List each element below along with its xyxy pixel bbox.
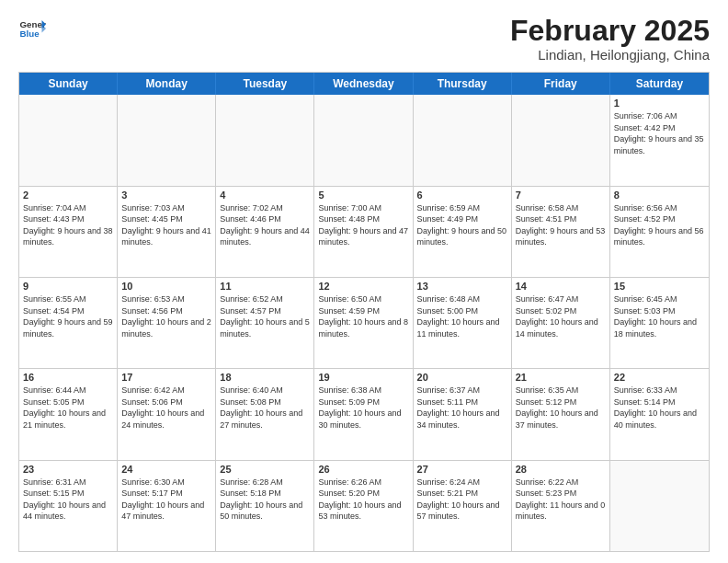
logo: General Blue: [18, 15, 46, 42]
day-number: 9: [23, 281, 113, 292]
month-year: February 2025: [510, 15, 710, 47]
calendar-cell: [512, 95, 610, 185]
cell-info: Sunrise: 6:52 AMSunset: 4:57 PMDaylight:…: [220, 293, 310, 339]
calendar-cell: [118, 95, 216, 185]
calendar-cell: 5Sunrise: 7:00 AMSunset: 4:48 PMDaylight…: [314, 187, 413, 277]
day-number: 24: [121, 464, 211, 475]
cell-info: Sunrise: 7:03 AMSunset: 4:45 PMDaylight:…: [121, 202, 211, 248]
calendar-row-1: 2Sunrise: 7:04 AMSunset: 4:43 PMDaylight…: [19, 186, 709, 277]
day-header-sunday: Sunday: [19, 73, 118, 95]
day-number: 20: [417, 372, 507, 383]
cell-info: Sunrise: 7:00 AMSunset: 4:48 PMDaylight:…: [318, 202, 408, 248]
day-number: 16: [23, 372, 113, 383]
cell-info: Sunrise: 6:58 AMSunset: 4:51 PMDaylight:…: [516, 202, 606, 248]
day-number: 17: [121, 372, 211, 383]
calendar-cell: 14Sunrise: 6:47 AMSunset: 5:02 PMDayligh…: [512, 278, 610, 368]
calendar-cell: 23Sunrise: 6:31 AMSunset: 5:15 PMDayligh…: [19, 461, 118, 551]
cell-info: Sunrise: 6:24 AMSunset: 5:21 PMDaylight:…: [417, 477, 507, 523]
day-number: 5: [318, 190, 408, 201]
day-number: 18: [220, 372, 310, 383]
day-number: 8: [614, 190, 705, 201]
calendar-cell: [216, 95, 314, 185]
calendar-cell: 20Sunrise: 6:37 AMSunset: 5:11 PMDayligh…: [414, 369, 512, 459]
calendar-cell: 15Sunrise: 6:45 AMSunset: 5:03 PMDayligh…: [610, 278, 709, 368]
calendar-cell: 19Sunrise: 6:38 AMSunset: 5:09 PMDayligh…: [314, 369, 413, 459]
day-number: 1: [614, 98, 705, 109]
cell-info: Sunrise: 6:44 AMSunset: 5:05 PMDaylight:…: [23, 385, 113, 431]
cell-info: Sunrise: 6:56 AMSunset: 4:52 PMDaylight:…: [614, 202, 705, 248]
day-number: 25: [220, 464, 310, 475]
day-number: 19: [318, 372, 408, 383]
cell-info: Sunrise: 6:42 AMSunset: 5:06 PMDaylight:…: [121, 385, 211, 431]
calendar-cell: 21Sunrise: 6:35 AMSunset: 5:12 PMDayligh…: [512, 369, 610, 459]
day-number: 23: [23, 464, 113, 475]
cell-info: Sunrise: 6:47 AMSunset: 5:02 PMDaylight:…: [516, 293, 606, 339]
day-number: 4: [220, 190, 310, 201]
day-number: 6: [417, 190, 507, 201]
day-header-tuesday: Tuesday: [216, 73, 314, 95]
svg-text:Blue: Blue: [20, 29, 40, 39]
day-number: 11: [220, 281, 310, 292]
cell-info: Sunrise: 6:38 AMSunset: 5:09 PMDaylight:…: [318, 385, 408, 431]
day-number: 22: [614, 372, 705, 383]
calendar-cell: 18Sunrise: 6:40 AMSunset: 5:08 PMDayligh…: [216, 369, 314, 459]
cell-info: Sunrise: 6:53 AMSunset: 4:56 PMDaylight:…: [121, 293, 211, 339]
day-header-friday: Friday: [512, 73, 610, 95]
day-number: 14: [516, 281, 606, 292]
calendar-cell: 6Sunrise: 6:59 AMSunset: 4:49 PMDaylight…: [414, 187, 512, 277]
cell-info: Sunrise: 7:02 AMSunset: 4:46 PMDaylight:…: [220, 202, 310, 248]
calendar-cell: 16Sunrise: 6:44 AMSunset: 5:05 PMDayligh…: [19, 369, 118, 459]
calendar-cell: 3Sunrise: 7:03 AMSunset: 4:45 PMDaylight…: [118, 187, 216, 277]
calendar-cell: 1Sunrise: 7:06 AMSunset: 4:42 PMDaylight…: [610, 95, 709, 185]
calendar-cell: 8Sunrise: 6:56 AMSunset: 4:52 PMDaylight…: [610, 187, 709, 277]
day-header-saturday: Saturday: [610, 73, 709, 95]
calendar-cell: 11Sunrise: 6:52 AMSunset: 4:57 PMDayligh…: [216, 278, 314, 368]
calendar-cell: 7Sunrise: 6:58 AMSunset: 4:51 PMDaylight…: [512, 187, 610, 277]
calendar-cell: [314, 95, 413, 185]
calendar-header: SundayMondayTuesdayWednesdayThursdayFrid…: [19, 73, 709, 95]
day-number: 3: [121, 190, 211, 201]
cell-info: Sunrise: 6:31 AMSunset: 5:15 PMDaylight:…: [23, 477, 113, 523]
cell-info: Sunrise: 6:59 AMSunset: 4:49 PMDaylight:…: [417, 202, 507, 248]
cell-info: Sunrise: 6:37 AMSunset: 5:11 PMDaylight:…: [417, 385, 507, 431]
day-header-thursday: Thursday: [414, 73, 512, 95]
calendar-cell: 28Sunrise: 6:22 AMSunset: 5:23 PMDayligh…: [512, 461, 610, 551]
page: General Blue February 2025 Lindian, Heil…: [0, 0, 728, 563]
day-number: 26: [318, 464, 408, 475]
day-header-monday: Monday: [118, 73, 216, 95]
calendar-cell: 26Sunrise: 6:26 AMSunset: 5:20 PMDayligh…: [314, 461, 413, 551]
day-number: 28: [516, 464, 606, 475]
calendar-cell: 13Sunrise: 6:48 AMSunset: 5:00 PMDayligh…: [414, 278, 512, 368]
calendar-cell: 24Sunrise: 6:30 AMSunset: 5:17 PMDayligh…: [118, 461, 216, 551]
cell-info: Sunrise: 6:35 AMSunset: 5:12 PMDaylight:…: [516, 385, 606, 431]
cell-info: Sunrise: 6:55 AMSunset: 4:54 PMDaylight:…: [23, 293, 113, 339]
title-block: February 2025 Lindian, Heilongjiang, Chi…: [510, 15, 710, 63]
cell-info: Sunrise: 7:04 AMSunset: 4:43 PMDaylight:…: [23, 202, 113, 248]
calendar-cell: 2Sunrise: 7:04 AMSunset: 4:43 PMDaylight…: [19, 187, 118, 277]
calendar-cell: 27Sunrise: 6:24 AMSunset: 5:21 PMDayligh…: [414, 461, 512, 551]
day-number: 2: [23, 190, 113, 201]
calendar-body: 1Sunrise: 7:06 AMSunset: 4:42 PMDaylight…: [19, 95, 709, 551]
calendar-cell: [414, 95, 512, 185]
day-number: 27: [417, 464, 507, 475]
cell-info: Sunrise: 7:06 AMSunset: 4:42 PMDaylight:…: [614, 110, 705, 156]
day-header-wednesday: Wednesday: [314, 73, 413, 95]
cell-info: Sunrise: 6:50 AMSunset: 4:59 PMDaylight:…: [318, 293, 408, 339]
calendar-cell: 4Sunrise: 7:02 AMSunset: 4:46 PMDaylight…: [216, 187, 314, 277]
calendar-cell: 9Sunrise: 6:55 AMSunset: 4:54 PMDaylight…: [19, 278, 118, 368]
logo-icon: General Blue: [18, 15, 46, 42]
calendar-cell: 10Sunrise: 6:53 AMSunset: 4:56 PMDayligh…: [118, 278, 216, 368]
day-number: 7: [516, 190, 606, 201]
day-number: 10: [121, 281, 211, 292]
cell-info: Sunrise: 6:22 AMSunset: 5:23 PMDaylight:…: [516, 477, 606, 523]
cell-info: Sunrise: 6:26 AMSunset: 5:20 PMDaylight:…: [318, 477, 408, 523]
day-number: 15: [614, 281, 705, 292]
cell-info: Sunrise: 6:45 AMSunset: 5:03 PMDaylight:…: [614, 293, 705, 339]
cell-info: Sunrise: 6:30 AMSunset: 5:17 PMDaylight:…: [121, 477, 211, 523]
calendar-cell: [19, 95, 118, 185]
calendar-cell: [610, 461, 709, 551]
calendar-row-2: 9Sunrise: 6:55 AMSunset: 4:54 PMDaylight…: [19, 277, 709, 368]
calendar-cell: 22Sunrise: 6:33 AMSunset: 5:14 PMDayligh…: [610, 369, 709, 459]
day-number: 21: [516, 372, 606, 383]
calendar-row-3: 16Sunrise: 6:44 AMSunset: 5:05 PMDayligh…: [19, 368, 709, 459]
